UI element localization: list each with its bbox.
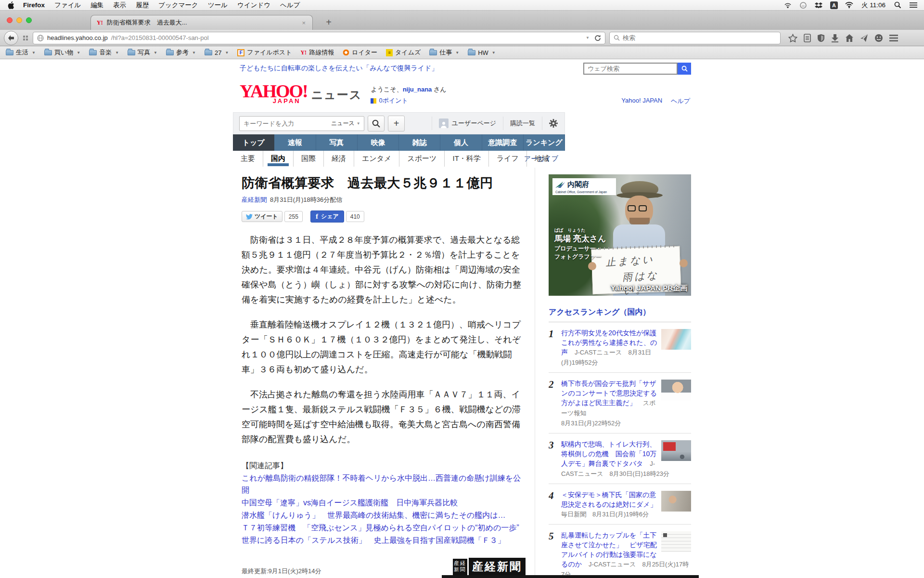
- subscriptions-button[interactable]: 購読一覧: [503, 117, 542, 130]
- related-link[interactable]: これが離島防衛の精鋭部隊！不時着ヘリから水中脱出…西普連の命懸け訓練を公開: [242, 472, 526, 496]
- facebook-share-button[interactable]: f シェア: [310, 210, 344, 223]
- yahoo-japan-logo[interactable]: YAHOO! JAPAN: [240, 82, 308, 104]
- reload-icon[interactable]: [594, 35, 601, 41]
- tab-eizo[interactable]: 映像: [358, 134, 399, 151]
- menu-firefox[interactable]: Firefox: [18, 1, 50, 9]
- menu-hamburger-icon[interactable]: [889, 34, 898, 42]
- bookmark-folder-kaimono[interactable]: 買い物▼: [44, 48, 80, 57]
- new-tab-button[interactable]: +: [321, 16, 336, 28]
- thumbnail-image[interactable]: [661, 491, 691, 512]
- zoom-window-button[interactable]: [26, 17, 32, 23]
- reading-list-icon[interactable]: [804, 34, 811, 42]
- promo-text-ad-link[interactable]: 子どもたちに自転車の楽しさを伝えたい「みんなで復興ライド」: [240, 64, 438, 72]
- bookmark-folder-seikatsu[interactable]: 生活▼: [6, 48, 36, 57]
- menubar-clock[interactable]: 火 11:06: [860, 1, 886, 10]
- input-method-icon[interactable]: A: [830, 1, 838, 9]
- subnav-keizai[interactable]: 経済: [324, 151, 354, 167]
- archive-link[interactable]: アーカイブ: [524, 155, 558, 163]
- ranking-link[interactable]: ＜安保デモ＞橋下氏「国家の意思決定されるのは絶対にダメ」: [561, 491, 657, 508]
- username-link[interactable]: niju_nana: [403, 86, 432, 93]
- yahoo-japan-link[interactable]: Yahoo! JAPAN: [621, 97, 662, 105]
- minimize-window-button[interactable]: [16, 17, 22, 23]
- cabinet-office-ad[interactable]: 止まない 雨はない。 内閣府 Cabinet Office, Governmen…: [549, 174, 691, 296]
- tab-ranking[interactable]: ランキング: [524, 134, 565, 151]
- dropbox-icon[interactable]: [815, 1, 823, 9]
- hotspot-icon[interactable]: [784, 1, 792, 9]
- search-scope-dropdown[interactable]: ニュース▼: [328, 119, 360, 128]
- bookmark-folder-shashin[interactable]: 写真▼: [128, 48, 157, 57]
- settings-button[interactable]: [542, 117, 565, 130]
- subnav-kokunai[interactable]: 国内: [263, 151, 294, 167]
- menu-edit[interactable]: 編集: [86, 1, 108, 10]
- back-button[interactable]: [4, 31, 18, 45]
- downloads-icon[interactable]: [831, 34, 839, 42]
- thumbnail-image[interactable]: [661, 380, 691, 400]
- spotlight-icon[interactable]: [894, 1, 902, 9]
- bookmark-filepost[interactable]: Fファイルポスト: [237, 48, 292, 57]
- related-link[interactable]: 世界に誇る日本の「ステルス技術」 史上最強を目指す国産戦闘機「Ｆ３」: [242, 534, 526, 546]
- bookmark-folder-hw[interactable]: HW▼: [468, 49, 496, 56]
- news-search-button[interactable]: [368, 116, 385, 131]
- menu-view[interactable]: 表示: [108, 1, 131, 10]
- subnav-shuyo[interactable]: 主要: [233, 151, 263, 167]
- tab-ishikichosa[interactable]: 意識調査: [482, 134, 524, 151]
- menu-bookmarks[interactable]: ブックマーク: [154, 1, 203, 10]
- sankei-logo[interactable]: 産経新聞 産経新聞: [453, 558, 526, 576]
- help-link[interactable]: ヘルプ: [671, 97, 690, 105]
- wifi-icon[interactable]: [845, 1, 853, 9]
- related-link[interactable]: 潜水艦「けんりゅう」 世界最高峰の技術結集、機密に満ちたその艦内は…: [242, 509, 526, 521]
- thumbnail-image[interactable]: [661, 329, 691, 350]
- feedback-smiley-icon[interactable]: [874, 34, 883, 42]
- creative-cloud-icon[interactable]: cc: [799, 1, 808, 9]
- tab-groups-icon[interactable]: [23, 36, 28, 40]
- bookmark-folder-shigoto[interactable]: 仕事▼: [429, 48, 459, 57]
- menu-history[interactable]: 履歴: [131, 1, 154, 10]
- web-search-input[interactable]: [583, 63, 678, 75]
- tab-zasshi[interactable]: 雑誌: [399, 134, 440, 151]
- close-window-button[interactable]: [7, 17, 13, 23]
- related-link[interactable]: Ｔ７初等練習機 「空飛ぶセンス」見極められる空自パイロットの“初めの一歩”: [242, 522, 526, 534]
- thumbnail-image[interactable]: [661, 440, 691, 461]
- ranking-link[interactable]: 駅構内で悲鳴、トイレ大行列、将棋倒しの危機 国会前「10万人デモ」舞台裏でドタバ…: [561, 440, 656, 467]
- tweet-count[interactable]: 255: [284, 211, 303, 222]
- url-bar[interactable]: headlines.yahoo.co.jp/hl?a=20150831-0000…: [33, 32, 605, 44]
- bookmark-reuters[interactable]: ロイター: [343, 48, 377, 57]
- bookmark-folder-27[interactable]: 27▼: [205, 49, 229, 56]
- subnav-it-kagaku[interactable]: IT・科学: [445, 151, 488, 167]
- subnav-sports[interactable]: スポーツ: [399, 151, 445, 167]
- bookmark-times[interactable]: ≡タイムズ: [386, 48, 421, 57]
- apple-menu[interactable]: [7, 1, 18, 9]
- home-icon[interactable]: [845, 34, 854, 42]
- url-dropdown-icon[interactable]: ▼: [586, 36, 590, 40]
- tab-close-icon[interactable]: ×: [301, 19, 307, 26]
- bookmark-rosen-joho[interactable]: Y!路線情報: [300, 48, 334, 57]
- news-search-box[interactable]: ニュース▼: [239, 116, 364, 131]
- menu-tools[interactable]: ツール: [203, 1, 232, 10]
- menu-help[interactable]: ヘルプ: [275, 1, 305, 10]
- tab-top[interactable]: トップ: [233, 134, 274, 151]
- bookmark-folder-sanko[interactable]: 参考▼: [166, 48, 196, 57]
- web-search-button[interactable]: [678, 63, 691, 75]
- menu-window[interactable]: ウインドウ: [232, 1, 275, 10]
- related-link[interactable]: 中国空母「遼寧」vs海自イージス艦護衛艦 日中海軍兵器比較: [242, 497, 526, 509]
- add-keyword-button[interactable]: +: [388, 116, 405, 131]
- bookmark-folder-ongaku[interactable]: 音楽▼: [89, 48, 119, 57]
- browser-tab[interactable]: Y! 防衛省概算要求 過去最大... ×: [90, 15, 313, 30]
- tweet-button[interactable]: ツイート: [242, 211, 282, 222]
- tab-shashin[interactable]: 写真: [316, 134, 358, 151]
- menu-file[interactable]: ファイル: [50, 1, 86, 10]
- source-link[interactable]: 産経新聞: [242, 196, 267, 203]
- share-count[interactable]: 410: [346, 211, 364, 222]
- points-link[interactable]: 0ポイント: [379, 96, 408, 105]
- browser-search-input[interactable]: [623, 34, 776, 41]
- tab-sokuho[interactable]: 速報: [274, 134, 316, 151]
- tab-kojin[interactable]: 個人: [440, 134, 482, 151]
- news-search-input[interactable]: [244, 120, 328, 127]
- user-page-button[interactable]: ユーザーページ: [432, 117, 503, 130]
- shield-icon[interactable]: [817, 34, 825, 42]
- notification-center-icon[interactable]: [909, 1, 917, 9]
- subnav-kokusai[interactable]: 国際: [294, 151, 324, 167]
- share-plane-icon[interactable]: [860, 34, 868, 42]
- subnav-entame[interactable]: エンタメ: [354, 151, 399, 167]
- browser-search-box[interactable]: [609, 32, 781, 44]
